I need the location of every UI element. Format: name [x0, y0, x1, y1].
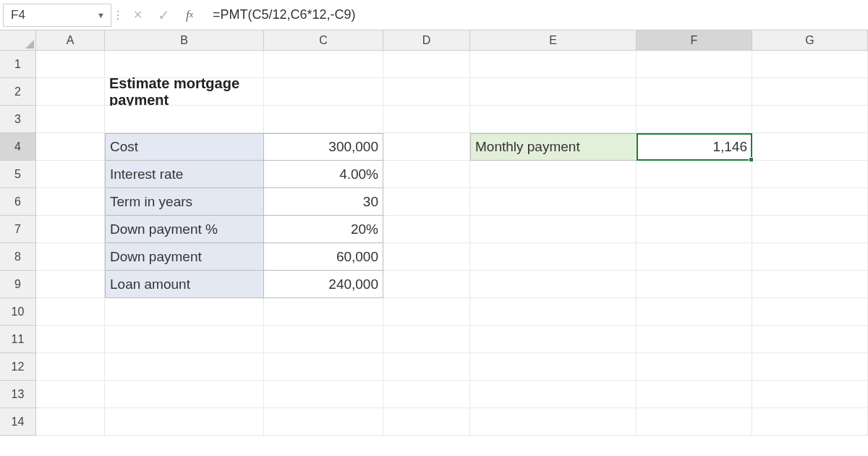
- cell-A1[interactable]: [36, 51, 105, 78]
- cell-E2[interactable]: [470, 78, 637, 106]
- cell-C5[interactable]: 4.00%: [264, 161, 383, 188]
- row-header-2[interactable]: 2: [0, 78, 36, 106]
- cell-D1[interactable]: [383, 51, 470, 78]
- row-header-4[interactable]: 4: [0, 133, 36, 161]
- cell-E1[interactable]: [470, 51, 637, 78]
- cell-B14[interactable]: [105, 408, 264, 436]
- cells-area[interactable]: Estimate mortgage payment Cost: [36, 51, 868, 456]
- cell-D3[interactable]: [383, 106, 470, 133]
- cell-D5[interactable]: [383, 161, 470, 188]
- cell-C8[interactable]: 60,000: [264, 243, 383, 271]
- cell-E5[interactable]: [470, 161, 637, 188]
- select-all-corner[interactable]: [0, 30, 36, 51]
- cell-G1[interactable]: [752, 51, 868, 78]
- col-header-E[interactable]: E: [470, 30, 637, 51]
- row-header-14[interactable]: 14: [0, 408, 36, 436]
- cell-G13[interactable]: [752, 381, 868, 408]
- cell-G3[interactable]: [752, 106, 868, 133]
- cell-B5[interactable]: Interest rate: [105, 161, 264, 188]
- name-box-dropdown-icon[interactable]: ▼: [97, 11, 105, 20]
- cell-D7[interactable]: [383, 216, 470, 243]
- cell-C4[interactable]: 300,000: [264, 133, 383, 161]
- cell-A6[interactable]: [36, 188, 105, 216]
- cell-D6[interactable]: [383, 188, 470, 216]
- cell-B4[interactable]: Cost: [105, 133, 264, 161]
- col-header-F[interactable]: F: [637, 30, 752, 51]
- col-header-D[interactable]: D: [383, 30, 470, 51]
- cell-E10[interactable]: [470, 298, 637, 326]
- cell-G2[interactable]: [752, 78, 868, 106]
- col-header-A[interactable]: A: [36, 30, 105, 51]
- cell-G5[interactable]: [752, 161, 868, 188]
- cell-G14[interactable]: [752, 408, 868, 436]
- cell-F4[interactable]: 1,146: [637, 133, 752, 161]
- row-header-7[interactable]: 7: [0, 216, 36, 243]
- cell-A5[interactable]: [36, 161, 105, 188]
- cell-D11[interactable]: [383, 326, 470, 353]
- cell-C9[interactable]: 240,000: [264, 271, 383, 298]
- row-header-3[interactable]: 3: [0, 106, 36, 133]
- cell-E14[interactable]: [470, 408, 637, 436]
- cell-F5[interactable]: [637, 161, 752, 188]
- cell-B12[interactable]: [105, 353, 264, 381]
- cell-B8[interactable]: Down payment: [105, 243, 264, 271]
- cell-G8[interactable]: [752, 243, 868, 271]
- cell-D4[interactable]: [383, 133, 470, 161]
- cell-C12[interactable]: [264, 353, 383, 381]
- row-header-8[interactable]: 8: [0, 243, 36, 271]
- name-box[interactable]: F4 ▼: [3, 4, 111, 27]
- cell-F13[interactable]: [637, 381, 752, 408]
- cell-B10[interactable]: [105, 298, 264, 326]
- fx-button[interactable]: fx: [176, 4, 203, 27]
- cell-A2[interactable]: [36, 78, 105, 106]
- cell-C1[interactable]: [264, 51, 383, 78]
- cell-D8[interactable]: [383, 243, 470, 271]
- cell-D10[interactable]: [383, 298, 470, 326]
- cell-C2[interactable]: [264, 78, 383, 106]
- col-header-G[interactable]: G: [752, 30, 868, 51]
- cell-B6[interactable]: Term in years: [105, 188, 264, 216]
- cell-E11[interactable]: [470, 326, 637, 353]
- cell-C7[interactable]: 20%: [264, 216, 383, 243]
- cell-F14[interactable]: [637, 408, 752, 436]
- cell-A4[interactable]: [36, 133, 105, 161]
- row-header-12[interactable]: 12: [0, 353, 36, 381]
- cell-B9[interactable]: Loan amount: [105, 271, 264, 298]
- cell-F2[interactable]: [637, 78, 752, 106]
- cell-E7[interactable]: [470, 216, 637, 243]
- cell-A10[interactable]: [36, 298, 105, 326]
- cell-F9[interactable]: [637, 271, 752, 298]
- cell-E6[interactable]: [470, 188, 637, 216]
- row-header-10[interactable]: 10: [0, 298, 36, 326]
- row-header-1[interactable]: 1: [0, 51, 36, 78]
- cell-E4[interactable]: Monthly payment: [470, 133, 637, 161]
- cell-D9[interactable]: [383, 271, 470, 298]
- cell-F12[interactable]: [637, 353, 752, 381]
- cell-G12[interactable]: [752, 353, 868, 381]
- col-header-B[interactable]: B: [105, 30, 264, 51]
- cell-D13[interactable]: [383, 381, 470, 408]
- cell-B2[interactable]: Estimate mortgage payment: [105, 78, 264, 106]
- cell-B3[interactable]: [105, 106, 264, 133]
- cell-A11[interactable]: [36, 326, 105, 353]
- cell-B13[interactable]: [105, 381, 264, 408]
- cell-E8[interactable]: [470, 243, 637, 271]
- cell-E13[interactable]: [470, 381, 637, 408]
- cell-F10[interactable]: [637, 298, 752, 326]
- cell-E9[interactable]: [470, 271, 637, 298]
- cell-F6[interactable]: [637, 188, 752, 216]
- cell-F3[interactable]: [637, 106, 752, 133]
- cell-A14[interactable]: [36, 408, 105, 436]
- cell-G11[interactable]: [752, 326, 868, 353]
- cell-B1[interactable]: [105, 51, 264, 78]
- cell-A12[interactable]: [36, 353, 105, 381]
- col-header-C[interactable]: C: [264, 30, 383, 51]
- cell-C14[interactable]: [264, 408, 383, 436]
- row-header-11[interactable]: 11: [0, 326, 36, 353]
- cell-A8[interactable]: [36, 243, 105, 271]
- cell-C10[interactable]: [264, 298, 383, 326]
- cell-A7[interactable]: [36, 216, 105, 243]
- row-header-5[interactable]: 5: [0, 161, 36, 188]
- cell-E3[interactable]: [470, 106, 637, 133]
- row-header-6[interactable]: 6: [0, 188, 36, 216]
